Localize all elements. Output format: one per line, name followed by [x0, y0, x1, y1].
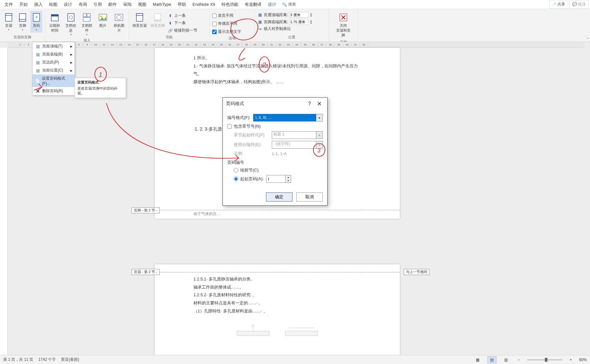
- cb-odd-even[interactable]: 奇偶页不同: [212, 20, 237, 27]
- format-icon: 📄: [35, 78, 40, 84]
- header-section-tag: 页眉 - 第 2 节 -: [132, 269, 160, 275]
- insert-align-tab[interactable]: ⇥ 插入对齐制表位: [257, 26, 291, 32]
- cb-include-chapter[interactable]: 包含章节号(N): [227, 123, 261, 129]
- spin-down[interactable]: ▼: [286, 179, 291, 182]
- pagenumber-button[interactable]: # 页码 ▾: [30, 11, 42, 33]
- ok-button[interactable]: 确定: [266, 192, 292, 202]
- same-as-prev-tag: 与上一节相同: [404, 269, 429, 275]
- menu-hf-design[interactable]: 设计: [265, 0, 280, 9]
- svg-rect-24: [237, 331, 269, 336]
- lbl-chapter-style: 章节起始样式(P): [234, 132, 269, 138]
- nav-next[interactable]: ⬇下一条: [168, 20, 197, 26]
- dialog-close-button[interactable]: ✕: [314, 100, 324, 107]
- dd-format-pagenum[interactable]: 📄设置页码格式(F)...: [33, 74, 74, 87]
- status-page[interactable]: 第 1 页，共 11 页: [3, 357, 33, 362]
- dd-page-bottom[interactable]: ▤页面底端(B)▶: [33, 50, 74, 58]
- svg-rect-1: [5, 14, 12, 15]
- docinfo-button[interactable]: 文档信息 ▾: [64, 11, 78, 37]
- status-language[interactable]: 英语(美国): [61, 357, 79, 362]
- menu-design[interactable]: 设计: [61, 0, 75, 9]
- nav-prev[interactable]: ⬆上一条: [168, 12, 197, 19]
- menu-review[interactable]: 审阅: [120, 0, 135, 9]
- menu-help[interactable]: 帮助: [174, 0, 189, 9]
- menu-endnote[interactable]: EndNote X9: [189, 0, 218, 9]
- search-icon: 🔍: [282, 2, 287, 7]
- body-text: 膜使物体浮起的气体轴承，结构如图)所示。 ……: [193, 78, 361, 86]
- search-box[interactable]: 🔍 搜索: [280, 2, 299, 7]
- menu-mail[interactable]: 邮件: [105, 0, 120, 9]
- zoom-in[interactable]: +: [568, 358, 574, 362]
- chevron-down-icon[interactable]: ▾: [316, 114, 323, 122]
- menu-youdao[interactable]: 有道翻译: [241, 0, 265, 9]
- zoom-thumb[interactable]: [545, 358, 547, 362]
- start-at-spinner[interactable]: ▲▼: [266, 175, 291, 183]
- diagram-thumbnail: [282, 321, 321, 341]
- view-web-icon[interactable]: ▥: [502, 356, 511, 363]
- svg-rect-12: [83, 17, 90, 21]
- comment-button[interactable]: 💬 批注: [569, 0, 589, 9]
- picture-button[interactable]: 图片: [96, 11, 110, 29]
- header-button[interactable]: 页眉 ▾: [3, 11, 15, 33]
- spin-up[interactable]: ▲: [286, 175, 291, 179]
- view-print-icon[interactable]: ▤: [487, 356, 497, 363]
- spin-down[interactable]: ▼: [310, 15, 312, 17]
- goto-footer-button[interactable]: 转至页脚: [150, 11, 166, 29]
- radio-continue[interactable]: 续前节(C): [234, 167, 259, 173]
- goto-header-button[interactable]: 转至页眉: [132, 11, 148, 29]
- zoom-value[interactable]: 90%: [579, 358, 587, 362]
- dd-page-top[interactable]: ▤页面顶端(T)▶: [33, 42, 74, 50]
- datetime-button[interactable]: 日期和时间: [48, 11, 62, 34]
- dialog-titlebar[interactable]: 页码格式 ? ✕: [223, 98, 327, 110]
- tab-icon: ⇥: [257, 26, 262, 32]
- menu-layout[interactable]: 布局: [75, 0, 90, 9]
- view-read-icon[interactable]: ▦: [473, 356, 482, 363]
- radio-start-at[interactable]: 起始页码(A):: [234, 176, 264, 182]
- spin-down[interactable]: ▼: [310, 22, 312, 24]
- close-hf-button[interactable]: 关闭 页眉和页脚: [335, 11, 351, 39]
- menu-home[interactable]: 开始: [16, 0, 31, 9]
- dd-current-pos[interactable]: ▤当前位置(C)▶: [33, 66, 74, 74]
- zoom-slider[interactable]: [527, 359, 563, 360]
- zoom-out[interactable]: −: [516, 358, 522, 362]
- docinfo-icon: [66, 12, 75, 23]
- ribbon-collapse[interactable]: ⌃: [586, 37, 589, 41]
- svg-text:#: #: [35, 15, 37, 19]
- example-value: 1-1, 1-A: [272, 151, 287, 156]
- menu-draw[interactable]: 绘图: [46, 0, 61, 9]
- calendar-icon: [50, 12, 59, 23]
- menu-mathtype[interactable]: MathType: [150, 0, 174, 9]
- onlinepic-button[interactable]: 联机图片: [112, 11, 126, 34]
- horizontal-ruler[interactable]: 1234567891011121314151617181920212223242…: [8, 42, 585, 48]
- dd-page-margin[interactable]: ▤页边距(P)▶: [33, 58, 74, 66]
- menu-file[interactable]: 文件: [1, 0, 16, 9]
- menu-special[interactable]: 特色功能: [218, 0, 241, 9]
- menu-references[interactable]: 引用: [90, 0, 105, 9]
- footer-bottom-input[interactable]: [289, 19, 309, 25]
- share-button[interactable]: ↗ 共享: [549, 0, 568, 9]
- arrow-up-icon: ⬆: [168, 13, 173, 18]
- status-words[interactable]: 1742 个字: [38, 357, 56, 362]
- menubar: 文件 开始 插入 绘图 设计 布局 引用 邮件 审阅 视图 MathType 帮…: [0, 0, 590, 9]
- footer-button[interactable]: 页脚 ▾: [16, 11, 28, 33]
- spin-up[interactable]: ▲: [310, 13, 312, 15]
- dd-remove-pagenum[interactable]: 🗙删除页码(R): [33, 87, 74, 95]
- number-format-combo[interactable]: I, II, III, ... ▾: [253, 114, 323, 122]
- dialog-help-button[interactable]: ?: [305, 101, 314, 107]
- page-bottom-icon: ▤: [35, 52, 40, 57]
- cancel-button[interactable]: 取消: [296, 192, 323, 202]
- menu-view[interactable]: 视图: [135, 0, 150, 9]
- cb-show-text[interactable]: 显示文档文字: [212, 28, 241, 35]
- nav-link-prev[interactable]: 🔗链接到前一节: [168, 27, 197, 34]
- svg-rect-10: [83, 14, 86, 17]
- cb-first-different[interactable]: 首页不同: [212, 12, 233, 19]
- pagenumber-dropdown: ▤页面顶端(T)▶ ▤页面底端(B)▶ ▤页边距(P)▶ ▤当前位置(C)▶ 📄…: [32, 42, 75, 95]
- chevron-down-icon: ▾: [316, 141, 323, 149]
- vertical-ruler[interactable]: [0, 48, 8, 355]
- docparts-button[interactable]: 文档部件 ▾: [80, 11, 94, 37]
- start-at-input[interactable]: [266, 175, 286, 183]
- document-page-2[interactable]: 页眉 - 第 2 节 - 与上一节相同 1.2.5.1· 多孔质静压轴承的分类。…: [155, 264, 400, 355]
- header-top-input[interactable]: [289, 12, 309, 18]
- ribbon-group-headerfooter: 页眉 ▾ 页脚 ▾ # 页码 ▾ 页眉和页脚: [0, 9, 45, 42]
- spin-up[interactable]: ▲: [310, 20, 312, 22]
- menu-insert[interactable]: 插入: [31, 0, 46, 9]
